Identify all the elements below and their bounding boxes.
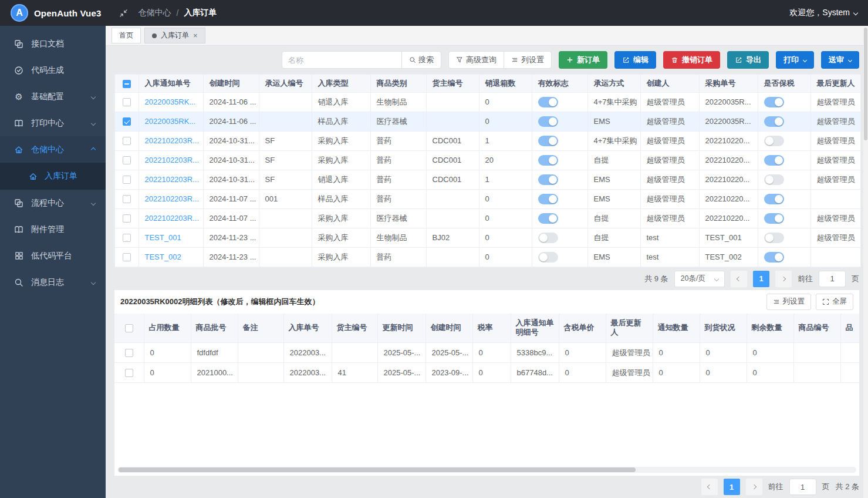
valid-toggle[interactable] — [538, 155, 558, 166]
sidebar-item-base-config[interactable]: ⚙ 基础配置 — [0, 83, 106, 110]
detail-prev-page-button[interactable] — [701, 479, 718, 495]
detail-column-settings-button[interactable]: 列设置 — [766, 294, 812, 310]
row-checkbox[interactable] — [123, 117, 131, 126]
cell-carrier_no — [259, 112, 312, 131]
order-number-link[interactable]: 2022102203R... — [145, 214, 200, 223]
column-header: 品 — [840, 314, 859, 343]
row-checkbox[interactable] — [125, 369, 133, 377]
valid-toggle[interactable] — [538, 194, 558, 204]
flow-icon — [13, 198, 25, 208]
close-icon[interactable]: × — [193, 32, 198, 39]
bonded-toggle[interactable] — [764, 213, 784, 224]
bonded-toggle[interactable] — [764, 155, 784, 166]
breadcrumb-separator: / — [177, 8, 179, 18]
order-number-link[interactable]: TEST_001 — [145, 233, 181, 242]
row-checkbox[interactable] — [125, 349, 133, 357]
tab-inbound-orders[interactable]: 入库订单 × — [144, 28, 205, 43]
row-checkbox[interactable] — [123, 195, 131, 203]
bonded-toggle[interactable] — [764, 136, 784, 146]
select-all-checkbox[interactable] — [125, 324, 133, 332]
valid-toggle[interactable] — [538, 116, 558, 127]
row-checkbox[interactable] — [123, 98, 131, 106]
order-number-link[interactable]: 2022102203R... — [145, 156, 200, 164]
cell-last_updater — [810, 247, 860, 267]
valid-toggle[interactable] — [538, 233, 558, 243]
row-checkbox[interactable] — [123, 176, 131, 184]
cell-update_time: 2025-05-... — [377, 343, 425, 363]
sidebar-item-message-log[interactable]: 消息日志 — [0, 269, 106, 295]
select-all-checkbox[interactable] — [123, 80, 131, 88]
row-checkbox[interactable] — [123, 234, 131, 242]
valid-toggle[interactable] — [538, 252, 558, 263]
page-number-button[interactable]: 1 — [753, 271, 769, 287]
bonded-toggle[interactable] — [764, 233, 784, 243]
cell-carrier_no — [259, 228, 312, 247]
column-settings-button[interactable]: 列设置 — [504, 51, 552, 69]
valid-toggle[interactable] — [538, 97, 558, 107]
column-header: 最后更新人 — [606, 314, 653, 343]
bonded-toggle[interactable] — [764, 174, 784, 185]
valid-toggle[interactable] — [538, 174, 558, 185]
order-number-link[interactable]: 20220035RK... — [145, 97, 196, 106]
search-button[interactable]: 搜索 — [401, 51, 441, 69]
detail-page-number-button[interactable]: 1 — [724, 479, 740, 495]
valid-toggle[interactable] — [538, 213, 558, 224]
bonded-toggle[interactable] — [764, 252, 784, 263]
bonded-toggle[interactable] — [764, 194, 784, 204]
order-number-link[interactable]: 20220035RK... — [145, 117, 196, 126]
cell-notice_no: 2022102203R... — [139, 208, 203, 228]
cell-purchase_no: 20220035R... — [699, 112, 758, 131]
order-number-link[interactable]: 2022102203R... — [145, 175, 200, 184]
approve-dropdown-button[interactable]: 送审 — [821, 51, 859, 69]
export-button[interactable]: 导出 — [727, 51, 769, 69]
sidebar-item-attachments[interactable]: 附件管理 — [0, 216, 106, 243]
sidebar-item-lowcode[interactable]: 低代码平台 — [0, 243, 106, 269]
next-page-button[interactable] — [775, 271, 792, 287]
sidebar-item-api-docs[interactable]: 接口文档 — [0, 31, 106, 57]
collapse-sidebar-icon[interactable] — [119, 9, 128, 18]
detail-next-page-button[interactable] — [746, 479, 762, 495]
order-number-link[interactable]: 2022102203R... — [145, 136, 200, 145]
cell-arrival_status: 0 — [700, 363, 747, 383]
detail-goto-page-input[interactable] — [789, 479, 816, 495]
horizontal-scrollbar-thumb[interactable] — [119, 467, 636, 472]
sidebar-item-inbound-orders[interactable]: 入库订单 — [0, 163, 106, 190]
cell-create_time: 2024-11-23 ... — [203, 247, 259, 267]
sidebar-item-code-gen[interactable]: 代码生成 — [0, 57, 106, 83]
cancel-order-label: 撤销订单 — [682, 55, 712, 65]
goto-page-input[interactable] — [819, 271, 846, 287]
new-order-button[interactable]: 新订单 — [559, 51, 607, 69]
breadcrumb-parent[interactable]: 仓储中心 — [139, 8, 171, 18]
vertical-scrollbar-thumb[interactable] — [864, 28, 867, 140]
active-tab-dot — [152, 33, 157, 38]
detail-column-settings-label: 列设置 — [783, 297, 805, 307]
tab-home[interactable]: 首页 — [112, 28, 141, 43]
search-input[interactable] — [282, 51, 402, 69]
advanced-query-button[interactable]: 高级查询 — [448, 51, 504, 69]
fullscreen-button[interactable]: 全屏 — [816, 294, 853, 310]
order-number-link[interactable]: 2022102203R... — [145, 194, 200, 203]
prev-page-button[interactable] — [731, 271, 747, 287]
cell-arrival_status: 0 — [700, 343, 747, 363]
orders-pagination: 共 9 条 20条/页 1 前往 页 — [106, 268, 868, 290]
order-number-link[interactable]: TEST_002 — [145, 253, 181, 261]
cell-purchase_no: TEST_002 — [699, 247, 758, 267]
edit-button[interactable]: 编辑 — [614, 51, 656, 69]
row-checkbox[interactable] — [123, 156, 131, 164]
cell-last_updater: 超级管理员 — [810, 112, 860, 131]
print-dropdown-button[interactable]: 打印 — [776, 51, 814, 69]
row-checkbox[interactable] — [123, 137, 131, 145]
user-menu[interactable]: 欢迎您，System — [789, 8, 857, 18]
row-checkbox[interactable] — [123, 253, 131, 261]
row-checkbox[interactable] — [123, 214, 131, 223]
sidebar-item-flow-center[interactable]: 流程中心 — [0, 190, 106, 216]
valid-toggle[interactable] — [538, 136, 558, 146]
page-size-select[interactable]: 20条/页 — [674, 271, 725, 287]
bonded-toggle[interactable] — [764, 97, 784, 107]
cancel-order-button[interactable]: 撤销订单 — [663, 51, 720, 69]
sidebar-item-print-center[interactable]: 打印中心 — [0, 110, 106, 136]
sidebar-item-warehouse-center[interactable]: 仓储中心 — [0, 136, 106, 163]
column-header: 销退箱数 — [479, 75, 532, 92]
cell-purchase_no: 202210220... — [699, 189, 758, 208]
bonded-toggle[interactable] — [764, 116, 784, 127]
